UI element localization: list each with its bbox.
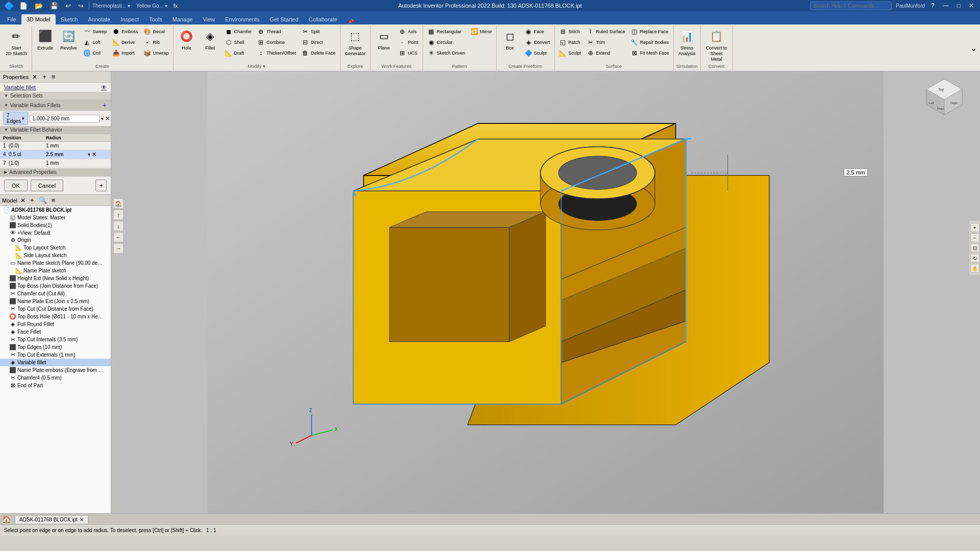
edges-chip[interactable]: 7 Edges ▾ <box>3 112 28 125</box>
fillet-button[interactable]: ◈ Fillet <box>199 27 222 53</box>
stitch-button[interactable]: ⊞Stitch <box>557 27 583 37</box>
tree-item[interactable]: ⊕Origin <box>0 236 111 244</box>
cancel-button[interactable]: Cancel <box>31 180 63 191</box>
shape-generator-button[interactable]: ⬚ ShapeGenerator <box>342 27 369 58</box>
table-row[interactable]: 7 (1.0) 1 mm <box>0 159 111 167</box>
tab-close-button[interactable]: ✕ <box>80 517 84 522</box>
tab-sketch[interactable]: Sketch <box>56 14 83 24</box>
rib-button[interactable]: ▪Rib <box>141 37 171 47</box>
tab-file[interactable]: File <box>2 14 21 24</box>
tab-collaborate[interactable]: Collaborate <box>304 14 342 24</box>
chamfer-button[interactable]: ◼Chamfer <box>223 27 254 37</box>
plane-button[interactable]: ▭ Plane <box>373 27 395 53</box>
tab-3dmodel[interactable]: 3D Model <box>21 14 56 24</box>
unwrap-button[interactable]: 📦Unwrap <box>141 48 171 58</box>
tree-item[interactable]: ⬛Name Plate emboss (Engrave from Face x.… <box>0 366 111 374</box>
tree-item[interactable]: ◱Model States: Master <box>0 214 111 221</box>
sculpt-button[interactable]: 🔷Sculpt <box>522 48 552 58</box>
vfb-header[interactable]: ▼ Variable Fillet Behavior <box>0 126 111 134</box>
tree-item[interactable]: ⬛Top Boss (Join Distance from Face) <box>0 282 111 290</box>
fit-mesh-face-button[interactable]: ⊠Fit Mesh Face <box>628 48 671 58</box>
extend-button[interactable]: ⊕Extend <box>584 48 627 58</box>
edges-clear-button[interactable]: ✕ <box>105 115 110 122</box>
tree-item[interactable]: ⬛Top Edges (10 mm) <box>0 343 111 351</box>
convert-sheet-metal-button[interactable]: 📋 Convert toSheet Metal <box>703 27 730 63</box>
ribbon-pin-icon[interactable]: 📌 <box>348 19 354 24</box>
viewcube[interactable]: Top Left Right Front <box>924 77 965 117</box>
sketch-driven-button[interactable]: ✳Sketch Driven <box>425 48 468 58</box>
point-button[interactable]: ·Point <box>396 37 421 47</box>
nav-home-button[interactable]: 🏠 <box>113 198 124 209</box>
save-button[interactable]: 💾 <box>48 1 60 11</box>
ucs-button[interactable]: ⊞UCS <box>396 48 421 58</box>
tree-item[interactable]: ◈Variable fillet <box>0 359 111 366</box>
feature-title[interactable]: Variable fillet 👁 <box>0 83 111 92</box>
tab-environments[interactable]: Environments <box>220 14 264 24</box>
tree-item[interactable]: ✂Chamfer4 (0.5 mm) <box>0 374 111 382</box>
model-panel-close[interactable]: ✕ <box>19 196 27 205</box>
import-button[interactable]: 📥Import <box>110 48 140 58</box>
edges-value-input[interactable] <box>30 115 100 122</box>
edges-options-button[interactable]: ▾ <box>101 116 104 121</box>
tab-manage[interactable]: Manage <box>167 14 198 24</box>
color-dropdown[interactable]: Yellow Go... ▾ <box>136 3 167 9</box>
zoom-out-button[interactable]: − <box>970 233 979 242</box>
nav-down-button[interactable]: ↓ <box>113 221 124 231</box>
nav-left-button[interactable]: ← <box>113 232 124 242</box>
ruled-surface-button[interactable]: ⌇Ruled Surface <box>584 27 627 37</box>
table-row[interactable]: 1 (0.0) 1 mm <box>0 142 111 150</box>
delete-face-button[interactable]: 🗑Delete Face <box>299 48 338 58</box>
emboss-button[interactable]: ⬢Emboss <box>110 27 140 37</box>
add-feature-button[interactable]: + <box>95 180 107 191</box>
material-dropdown[interactable]: Thermoplasti... ▾ <box>92 3 130 9</box>
tree-item[interactable]: ✂Top Cut (Cut Distance from Face) <box>0 305 111 313</box>
mirror-button[interactable]: 🔁Mirror <box>469 27 495 37</box>
face-button[interactable]: ◉Face <box>522 27 552 37</box>
split-button[interactable]: ✂Split <box>299 27 338 37</box>
thicken-button[interactable]: ↕Thicken/Offset <box>255 48 298 58</box>
draft-button[interactable]: 📐Draft <box>223 48 254 58</box>
vrf-add-button[interactable]: + <box>103 101 107 109</box>
advanced-props-header[interactable]: ▶ Advanced Properties <box>0 168 111 177</box>
tree-item[interactable]: ◈Face Fillet <box>0 328 111 336</box>
tab-inspect[interactable]: Inspect <box>116 14 144 24</box>
redo-button[interactable]: ↪ <box>76 1 86 11</box>
tab-getstarted[interactable]: Get Started <box>264 14 303 24</box>
circular-button[interactable]: ◉Circular <box>425 37 468 47</box>
decal-button[interactable]: 🎨Decal <box>141 27 171 37</box>
patch-button[interactable]: ◱Patch <box>557 37 583 47</box>
box-button[interactable]: ◻ Box <box>499 27 521 53</box>
axis-button[interactable]: ⊕Axis <box>396 27 421 37</box>
loft-button[interactable]: ◭Loft <box>81 37 109 47</box>
repair-bodies-button[interactable]: 🔧Repair Bodies <box>628 37 671 47</box>
properties-panel-menu[interactable]: + <box>41 72 48 81</box>
thread-button[interactable]: ⊕Thread <box>255 27 298 37</box>
rectangular-button[interactable]: ▦Rectangular <box>425 27 468 37</box>
tree-item[interactable]: 👁+View: Default <box>0 229 111 236</box>
row-clear-button[interactable]: ✕ <box>92 151 96 158</box>
model-search-button[interactable]: 🔍 <box>37 196 48 205</box>
zoom-in-button[interactable]: + <box>970 223 979 232</box>
direct-button[interactable]: ⊟Direct <box>299 37 338 47</box>
replace-face-button[interactable]: ◫Replace Face <box>628 27 671 37</box>
tree-item[interactable]: 📐Side Layout sketch <box>0 252 111 259</box>
tree-item[interactable]: ◈Full Round Fillet <box>0 320 111 328</box>
tree-item[interactable]: ✂Top Cut Externals (1 mm) <box>0 351 111 359</box>
derive-button[interactable]: 📐Derive <box>110 37 140 47</box>
rotate-button[interactable]: ↻ <box>970 254 979 263</box>
extrude-button[interactable]: ⬛ Extrude <box>34 27 57 53</box>
tree-item[interactable]: 📐Top Layout Sketch <box>0 244 111 252</box>
model-panel-add[interactable]: + <box>29 196 36 205</box>
trim-button[interactable]: ✂Trim <box>584 37 627 47</box>
zoom-fit-button[interactable]: ⊡ <box>970 243 979 253</box>
tree-item[interactable]: ⊠End of Part <box>0 382 111 389</box>
maximize-button[interactable]: □ <box>955 2 963 10</box>
new-button[interactable]: 📄 <box>17 1 30 11</box>
variable-radius-fillets-header[interactable]: ▼ Variable Radius Fillets + <box>0 100 111 111</box>
pan-button[interactable]: ✋ <box>970 264 979 273</box>
tree-item[interactable]: ⬛Name Plate Ext (Join x 2.5 mm) <box>0 297 111 305</box>
tab-block-ipt[interactable]: ADSK-011768 BLOCK.ipt ✕ <box>15 515 88 523</box>
tree-item[interactable]: ⬛Solid Bodies(1) <box>0 221 111 229</box>
tab-tools[interactable]: Tools <box>144 14 167 24</box>
selection-sets-header[interactable]: ▼ Selection Sets <box>0 92 111 100</box>
